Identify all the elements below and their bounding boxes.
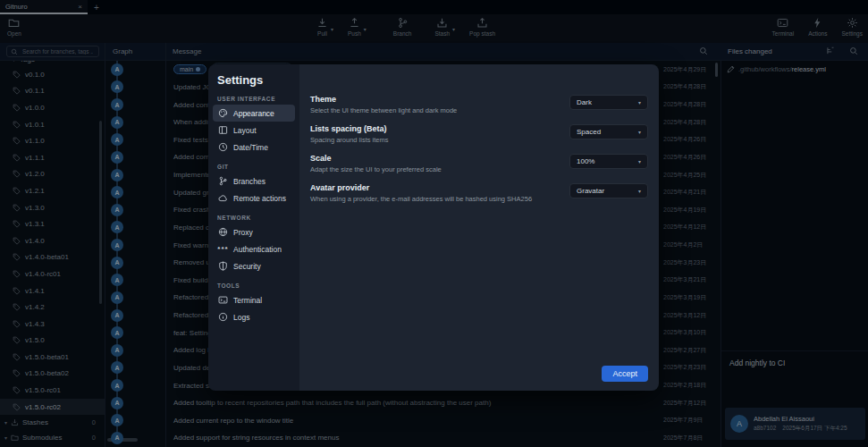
settings-nav-proxy[interactable]: Proxy xyxy=(213,224,295,240)
settings-nav-logs[interactable]: Logs xyxy=(213,308,295,325)
password-asterisks-icon: *** xyxy=(218,244,228,254)
section-user-interface: USER INTERFACE xyxy=(217,96,291,102)
settings-dialog: Settings USER INTERFACE Appearance Layou… xyxy=(208,64,659,391)
settings-content: Theme Select the UI theme between light … xyxy=(299,64,659,391)
section-network: NETWORK xyxy=(217,215,291,221)
theme-description: Select the UI theme between light and da… xyxy=(310,106,457,114)
gitnuro-app-window: Gitnuro × + Open Pull ▾ xyxy=(0,0,868,447)
theme-dropdown[interactable]: Dark ▾ xyxy=(569,95,648,110)
nav-branches-label: Branches xyxy=(233,177,265,186)
nav-authentication-label: Authentication xyxy=(233,245,282,254)
chevron-down-icon: ▾ xyxy=(638,188,641,194)
nav-datetime-label: Date/Time xyxy=(233,143,268,152)
theme-value: Dark xyxy=(577,98,592,106)
chevron-down-icon: ▾ xyxy=(638,129,641,135)
nav-layout-label: Layout xyxy=(233,126,257,135)
shield-icon xyxy=(218,261,228,271)
nav-terminal-label: Terminal xyxy=(233,296,262,305)
settings-dialog-title: Settings xyxy=(217,73,292,87)
palette-icon xyxy=(218,108,228,118)
lists-spacing-title: Lists spacing (Beta) xyxy=(310,124,389,133)
avatar-provider-title: Avatar provider xyxy=(310,183,532,192)
lists-spacing-dropdown[interactable]: Spaced ▾ xyxy=(569,124,648,139)
section-tools: TOOLS xyxy=(217,283,291,289)
option-lists-spacing: Lists spacing (Beta) Spacing around list… xyxy=(310,124,648,144)
chevron-down-icon: ▾ xyxy=(638,158,641,164)
nav-proxy-label: Proxy xyxy=(233,228,253,237)
scale-description: Adapt the size the UI to your preferred … xyxy=(310,165,442,173)
cloud-icon xyxy=(218,193,228,203)
globe-icon xyxy=(218,227,228,237)
option-theme: Theme Select the UI theme between light … xyxy=(310,95,648,114)
theme-title: Theme xyxy=(310,95,457,104)
settings-nav-layout[interactable]: Layout xyxy=(213,122,295,139)
scale-dropdown[interactable]: 100% ▾ xyxy=(569,154,648,169)
accept-button[interactable]: Accept xyxy=(602,366,648,382)
settings-nav-terminal[interactable]: Terminal xyxy=(213,291,295,308)
scale-value: 100% xyxy=(577,157,594,165)
nav-security-label: Security xyxy=(233,262,261,271)
nav-appearance-label: Appearance xyxy=(233,109,274,118)
branch-icon xyxy=(218,176,228,186)
terminal-icon xyxy=(218,295,228,305)
layout-icon xyxy=(218,125,228,135)
settings-nav-datetime[interactable]: Date/Time xyxy=(213,139,295,156)
clock-icon xyxy=(218,142,228,152)
info-icon xyxy=(218,312,228,322)
avatar-provider-dropdown[interactable]: Gravatar ▾ xyxy=(569,183,648,198)
settings-nav: Settings USER INTERFACE Appearance Layou… xyxy=(208,64,299,391)
chevron-down-icon: ▾ xyxy=(638,99,641,105)
section-git: GIT xyxy=(217,164,291,170)
scale-title: Scale xyxy=(310,154,442,163)
lists-spacing-description: Spacing around lists items xyxy=(310,136,389,144)
settings-nav-authentication[interactable]: *** Authentication xyxy=(213,240,295,257)
option-avatar-provider: Avatar provider When using a provider, t… xyxy=(310,183,648,203)
settings-nav-branches[interactable]: Branches xyxy=(213,173,295,190)
nav-remote-actions-label: Remote actions xyxy=(233,194,286,203)
settings-nav-appearance[interactable]: Appearance xyxy=(213,105,295,122)
settings-nav-security[interactable]: Security xyxy=(213,257,295,274)
nav-logs-label: Logs xyxy=(233,313,249,322)
lists-spacing-value: Spaced xyxy=(577,128,601,136)
avatar-provider-description: When using a provider, the e-mail addres… xyxy=(310,195,532,203)
settings-nav-remote-actions[interactable]: Remote actions xyxy=(213,190,295,207)
option-scale: Scale Adapt the size the UI to your pref… xyxy=(310,154,648,173)
avatar-provider-value: Gravatar xyxy=(577,187,604,195)
